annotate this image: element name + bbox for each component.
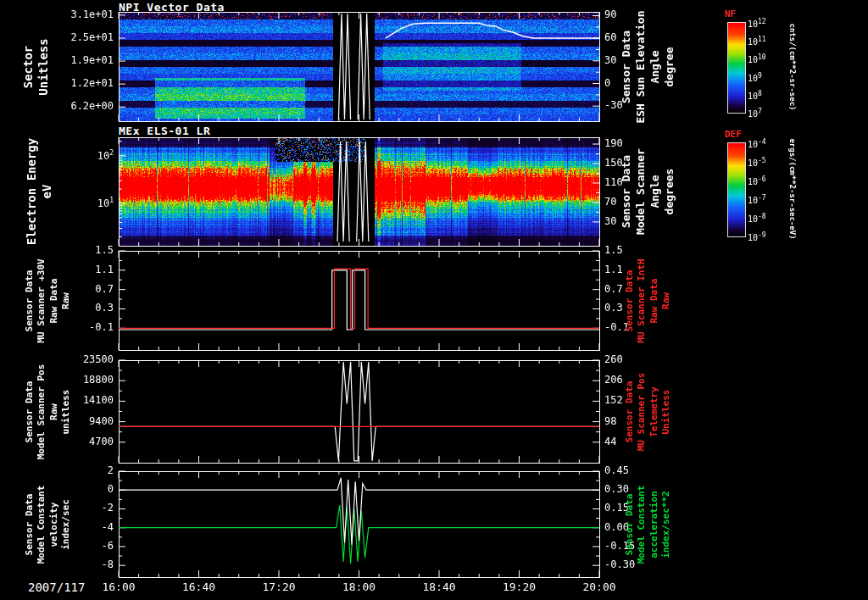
colorbar-tick-label: 10-8	[748, 213, 766, 224]
left-axis-label: Sensor Data Model Scanner Pos Raw unitle…	[24, 364, 72, 459]
y-tick-label: 1.9e+01	[47, 54, 114, 66]
colorbar-tick-label: 10-9	[748, 231, 766, 242]
left-axis-label: Sector Unitless	[20, 38, 51, 95]
left-axis-label: Electron Energy eV	[24, 138, 54, 245]
y-tick-label: 30	[604, 54, 616, 66]
y-tick-label: 60	[604, 31, 616, 43]
overlay-esh-sun-elevation-angle	[386, 23, 599, 38]
y-tick-label: 206	[604, 374, 623, 386]
y-tick-label: 0.7	[604, 283, 623, 295]
y-tick-label: 1.1	[604, 264, 623, 275]
y-tick-label: 0	[604, 77, 610, 89]
y-tick-label: 260	[604, 353, 623, 365]
sensor-data-plot-viewer: NPI Vector Data MEx ELS-01 LR 2007/117 3…	[0, 0, 868, 600]
colorbar-tick-label: 107	[748, 108, 762, 119]
y-tick-label: 98	[604, 415, 616, 427]
colorbar-tick-label: 10-5	[748, 157, 766, 168]
panel-border	[120, 138, 600, 247]
panel-border	[120, 252, 600, 351]
y-tick-label: 44	[604, 436, 616, 447]
right-axis-label: Sensor Data MU Scanner Pos Telemetry Uni…	[624, 372, 672, 451]
series-model-constant-velocity	[119, 478, 599, 545]
x-tick-label: 16:40	[174, 581, 225, 593]
left-axis-label: Sensor Data Model Constant velocity inde…	[24, 485, 72, 564]
y-tick-label: 190	[604, 137, 623, 149]
y-tick-label: 1.5	[47, 244, 114, 256]
x-tick-label: 17:20	[253, 581, 304, 593]
y-tick-label: 2	[47, 464, 114, 476]
right-axis-label: Sensor Data Model Scanner Angle degrees	[620, 148, 677, 235]
y-tick-label: 30	[604, 215, 616, 227]
colorbar-units: ergs/(cm**2-sr-sec-eV)	[787, 138, 797, 239]
colorbar-title: NF	[725, 8, 736, 19]
x-tick-label: 19:20	[493, 581, 544, 593]
colorbar-tick-label: 109	[748, 72, 762, 83]
colorbar-tick-label: 1012	[748, 18, 766, 29]
colorbar-title: DEF	[725, 129, 742, 140]
y-tick-label: 152	[604, 394, 623, 406]
left-axis-label: Sensor Data MU Scanner +30V Raw Data Raw	[24, 258, 72, 342]
colorbar-tick-label: 1011	[748, 36, 766, 47]
series-mu-scanner-plus30v-raw	[119, 270, 599, 330]
colorbar-tick-label: 10-7	[748, 194, 766, 205]
right-axis-label: Sensor Data ESH Sun Elevation Angle degr…	[620, 10, 677, 123]
colorbar-tick-label: 1010	[748, 53, 766, 64]
series-mu-scanner-inth-raw	[119, 269, 599, 328]
panel-border	[120, 13, 600, 122]
x-tick-label: 16:00	[93, 581, 144, 593]
y-tick-label: 3.1e+01	[47, 8, 114, 20]
y-tick-label: 90	[604, 8, 616, 20]
y-tick-label: 0.45	[604, 464, 629, 476]
y-tick-label: 2.5e+01	[47, 31, 114, 43]
x-tick-label: 18:40	[414, 581, 465, 593]
colorbar-tick-label: 10-4	[748, 138, 766, 149]
y-tick-label: 70	[604, 196, 616, 208]
colorbar-units: cnts/(cm**2-sr-sec)	[787, 24, 797, 111]
y-tick-label: 1.2e+01	[47, 77, 114, 89]
x-tick-label: 20:00	[574, 581, 625, 593]
y-tick-label: 6.2e+00	[47, 100, 114, 112]
colorbar-def	[727, 142, 746, 237]
series-model-scanner-pos-raw	[119, 362, 599, 461]
y-tick-label: 101	[47, 197, 114, 209]
colorbar-nf	[727, 22, 746, 114]
y-tick-label: 1.5	[604, 244, 623, 256]
y-tick-label: 0.3	[604, 302, 623, 314]
colorbar-tick-label: 10-6	[748, 175, 766, 186]
x-tick-label: 18:00	[334, 581, 385, 593]
y-tick-label: 102	[47, 149, 114, 162]
colorbar-tick-label: 108	[748, 90, 762, 101]
right-axis-label: Sensor Data Model Constant acceleration …	[624, 485, 672, 564]
right-axis-label: Sensor Data MU Scanner IntH Raw Data Raw	[624, 258, 672, 342]
panel-border	[120, 472, 600, 578]
